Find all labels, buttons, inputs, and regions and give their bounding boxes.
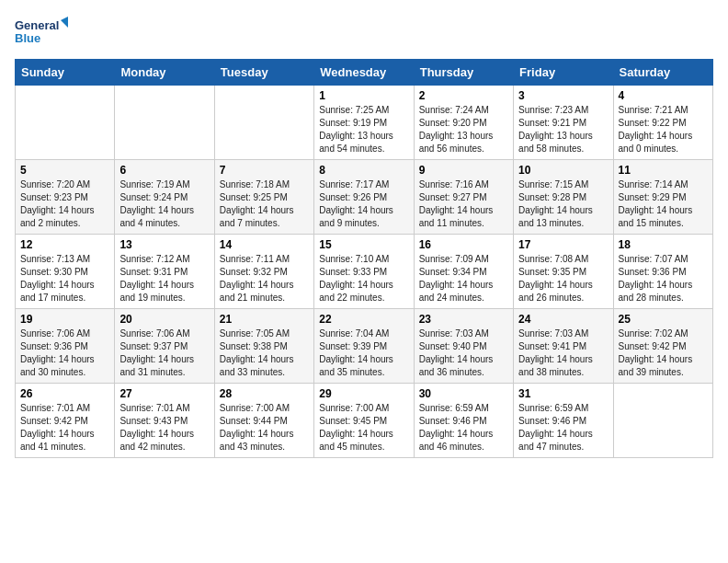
weekday-header-monday: Monday — [115, 60, 214, 86]
weekday-header-saturday: Saturday — [613, 60, 712, 86]
day-info: Sunrise: 7:02 AM Sunset: 9:42 PM Dayligh… — [619, 327, 708, 379]
day-info: Sunrise: 7:10 AM Sunset: 9:33 PM Dayligh… — [319, 253, 408, 304]
svg-marker-2 — [61, 17, 68, 28]
day-number: 18 — [619, 238, 708, 251]
day-number: 26 — [20, 387, 109, 400]
day-number: 30 — [419, 387, 508, 400]
day-info: Sunrise: 7:00 AM Sunset: 9:45 PM Dayligh… — [319, 402, 408, 454]
weekday-header-row: SundayMondayTuesdayWednesdayThursdayFrid… — [16, 60, 713, 86]
day-cell: 19Sunrise: 7:06 AM Sunset: 9:36 PM Dayli… — [16, 309, 115, 384]
svg-text:Blue: Blue — [15, 31, 40, 45]
day-info: Sunrise: 7:06 AM Sunset: 9:36 PM Dayligh… — [20, 327, 109, 379]
day-number: 31 — [518, 387, 608, 400]
day-cell: 1Sunrise: 7:25 AM Sunset: 9:19 PM Daylig… — [314, 86, 414, 160]
day-info: Sunrise: 7:11 AM Sunset: 9:32 PM Dayligh… — [220, 253, 309, 304]
day-info: Sunrise: 7:00 AM Sunset: 9:44 PM Dayligh… — [220, 402, 309, 454]
day-cell: 14Sunrise: 7:11 AM Sunset: 9:32 PM Dayli… — [214, 235, 313, 309]
day-info: Sunrise: 7:06 AM Sunset: 9:37 PM Dayligh… — [119, 327, 209, 379]
week-row-1: 1Sunrise: 7:25 AM Sunset: 9:19 PM Daylig… — [16, 86, 713, 160]
day-number: 3 — [518, 89, 608, 102]
day-cell: 8Sunrise: 7:17 AM Sunset: 9:26 PM Daylig… — [314, 160, 414, 235]
day-cell: 6Sunrise: 7:19 AM Sunset: 9:24 PM Daylig… — [115, 160, 214, 235]
day-number: 7 — [220, 164, 309, 177]
day-info: Sunrise: 7:25 AM Sunset: 9:19 PM Dayligh… — [319, 104, 408, 155]
day-info: Sunrise: 7:04 AM Sunset: 9:39 PM Dayligh… — [319, 327, 408, 379]
svg-text:General: General — [15, 18, 59, 32]
day-number: 17 — [518, 238, 608, 251]
day-info: Sunrise: 7:15 AM Sunset: 9:28 PM Dayligh… — [518, 178, 608, 230]
day-cell: 28Sunrise: 7:00 AM Sunset: 9:44 PM Dayli… — [214, 384, 313, 458]
day-info: Sunrise: 6:59 AM Sunset: 9:46 PM Dayligh… — [518, 402, 608, 454]
week-row-5: 26Sunrise: 7:01 AM Sunset: 9:42 PM Dayli… — [16, 384, 713, 458]
day-number: 23 — [419, 313, 508, 326]
day-info: Sunrise: 7:16 AM Sunset: 9:27 PM Dayligh… — [419, 178, 508, 230]
day-info: Sunrise: 7:24 AM Sunset: 9:20 PM Dayligh… — [419, 104, 508, 155]
day-cell — [16, 86, 115, 160]
day-number: 10 — [518, 164, 608, 177]
day-number: 29 — [319, 387, 408, 400]
day-cell: 2Sunrise: 7:24 AM Sunset: 9:20 PM Daylig… — [414, 86, 513, 160]
logo: General Blue — [15, 15, 70, 52]
day-cell: 10Sunrise: 7:15 AM Sunset: 9:28 PM Dayli… — [514, 160, 613, 235]
week-row-3: 12Sunrise: 7:13 AM Sunset: 9:30 PM Dayli… — [16, 235, 713, 309]
day-cell: 9Sunrise: 7:16 AM Sunset: 9:27 PM Daylig… — [414, 160, 513, 235]
day-number: 12 — [20, 238, 109, 251]
day-info: Sunrise: 7:14 AM Sunset: 9:29 PM Dayligh… — [619, 178, 708, 230]
day-info: Sunrise: 7:17 AM Sunset: 9:26 PM Dayligh… — [319, 178, 408, 230]
day-cell: 18Sunrise: 7:07 AM Sunset: 9:36 PM Dayli… — [613, 235, 712, 309]
day-cell: 4Sunrise: 7:21 AM Sunset: 9:22 PM Daylig… — [613, 86, 712, 160]
day-cell — [613, 384, 712, 458]
day-cell: 16Sunrise: 7:09 AM Sunset: 9:34 PM Dayli… — [414, 235, 513, 309]
calendar-body: 1Sunrise: 7:25 AM Sunset: 9:19 PM Daylig… — [16, 86, 713, 458]
week-row-2: 5Sunrise: 7:20 AM Sunset: 9:23 PM Daylig… — [16, 160, 713, 235]
day-number: 16 — [419, 238, 508, 251]
day-number: 27 — [119, 387, 209, 400]
day-number: 5 — [20, 164, 109, 177]
logo-svg: General Blue — [15, 15, 70, 52]
day-number: 22 — [319, 313, 408, 326]
day-number: 15 — [319, 238, 408, 251]
day-number: 28 — [220, 387, 309, 400]
day-info: Sunrise: 7:09 AM Sunset: 9:34 PM Dayligh… — [419, 253, 508, 304]
day-cell: 24Sunrise: 7:03 AM Sunset: 9:41 PM Dayli… — [514, 309, 613, 384]
day-cell: 31Sunrise: 6:59 AM Sunset: 9:46 PM Dayli… — [514, 384, 613, 458]
day-cell: 25Sunrise: 7:02 AM Sunset: 9:42 PM Dayli… — [613, 309, 712, 384]
day-number: 1 — [319, 89, 408, 102]
day-cell: 29Sunrise: 7:00 AM Sunset: 9:45 PM Dayli… — [314, 384, 414, 458]
day-number: 9 — [419, 164, 508, 177]
weekday-header-tuesday: Tuesday — [214, 60, 313, 86]
day-cell — [214, 86, 313, 160]
weekday-header-wednesday: Wednesday — [314, 60, 414, 86]
day-cell: 17Sunrise: 7:08 AM Sunset: 9:35 PM Dayli… — [514, 235, 613, 309]
day-cell: 27Sunrise: 7:01 AM Sunset: 9:43 PM Dayli… — [115, 384, 214, 458]
day-info: Sunrise: 7:20 AM Sunset: 9:23 PM Dayligh… — [20, 178, 109, 230]
day-number: 20 — [119, 313, 209, 326]
day-info: Sunrise: 7:23 AM Sunset: 9:21 PM Dayligh… — [518, 104, 608, 155]
day-cell: 13Sunrise: 7:12 AM Sunset: 9:31 PM Dayli… — [115, 235, 214, 309]
day-number: 4 — [619, 89, 708, 102]
day-number: 8 — [319, 164, 408, 177]
day-cell: 20Sunrise: 7:06 AM Sunset: 9:37 PM Dayli… — [115, 309, 214, 384]
day-number: 6 — [119, 164, 209, 177]
day-cell: 21Sunrise: 7:05 AM Sunset: 9:38 PM Dayli… — [214, 309, 313, 384]
day-info: Sunrise: 7:21 AM Sunset: 9:22 PM Dayligh… — [619, 104, 708, 155]
weekday-header-friday: Friday — [514, 60, 613, 86]
day-number: 13 — [119, 238, 209, 251]
calendar-table: SundayMondayTuesdayWednesdayThursdayFrid… — [15, 59, 713, 458]
day-cell: 7Sunrise: 7:18 AM Sunset: 9:25 PM Daylig… — [214, 160, 313, 235]
week-row-4: 19Sunrise: 7:06 AM Sunset: 9:36 PM Dayli… — [16, 309, 713, 384]
day-cell: 15Sunrise: 7:10 AM Sunset: 9:33 PM Dayli… — [314, 235, 414, 309]
day-number: 2 — [419, 89, 508, 102]
day-number: 25 — [619, 313, 708, 326]
day-info: Sunrise: 7:19 AM Sunset: 9:24 PM Dayligh… — [119, 178, 209, 230]
page-header: General Blue — [15, 15, 713, 52]
day-info: Sunrise: 7:12 AM Sunset: 9:31 PM Dayligh… — [119, 253, 209, 304]
day-number: 21 — [220, 313, 309, 326]
day-cell: 3Sunrise: 7:23 AM Sunset: 9:21 PM Daylig… — [514, 86, 613, 160]
day-info: Sunrise: 7:01 AM Sunset: 9:43 PM Dayligh… — [119, 402, 209, 454]
day-info: Sunrise: 7:01 AM Sunset: 9:42 PM Dayligh… — [20, 402, 109, 454]
day-cell: 12Sunrise: 7:13 AM Sunset: 9:30 PM Dayli… — [16, 235, 115, 309]
day-info: Sunrise: 7:08 AM Sunset: 9:35 PM Dayligh… — [518, 253, 608, 304]
weekday-header-sunday: Sunday — [16, 60, 115, 86]
day-info: Sunrise: 6:59 AM Sunset: 9:46 PM Dayligh… — [419, 402, 508, 454]
